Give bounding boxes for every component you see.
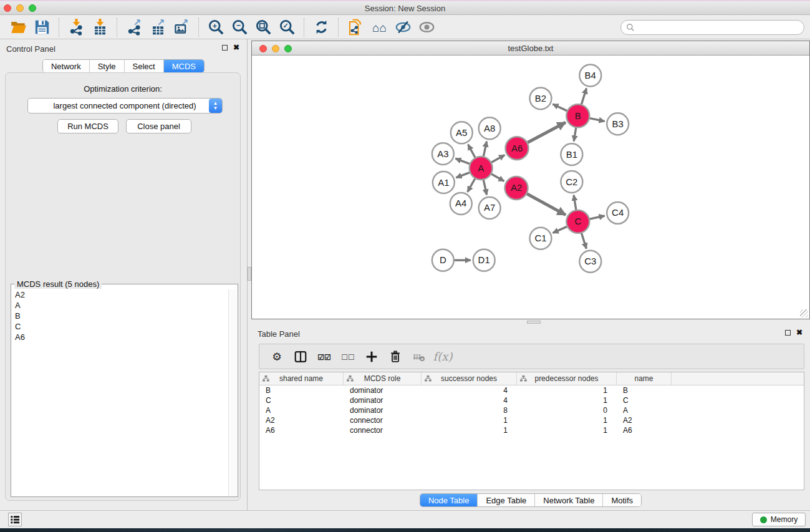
node-A7[interactable]: A7 <box>479 197 501 219</box>
search-field[interactable] <box>620 20 804 35</box>
open-file-button[interactable] <box>6 17 30 37</box>
edge-A-A3[interactable] <box>455 158 470 163</box>
edge-A-A4[interactable] <box>468 179 475 192</box>
splitter-grip[interactable] <box>527 321 541 324</box>
mcds-result-item[interactable]: A6 <box>12 332 228 342</box>
node-C4[interactable]: C4 <box>607 202 629 224</box>
export-network-button[interactable]: ↗ <box>122 17 146 37</box>
node-A6[interactable]: A6 <box>506 137 529 160</box>
table-row[interactable]: Adominator80A <box>259 405 804 415</box>
node-A5[interactable]: A5 <box>451 122 473 143</box>
zoom-in-button[interactable]: + <box>204 17 228 37</box>
node-B4[interactable]: B4 <box>579 64 601 86</box>
close-panel-icon[interactable]: ✖ <box>796 329 803 336</box>
tab-style[interactable]: Style <box>90 60 125 72</box>
node-C2[interactable]: C2 <box>561 171 582 193</box>
import-table-button[interactable] <box>88 17 112 37</box>
mcds-result-item[interactable]: A <box>12 300 228 311</box>
node-D1[interactable]: D1 <box>473 249 495 271</box>
tab-node-table[interactable]: Node Table <box>420 494 478 506</box>
network-canvas[interactable]: AA1A3A5A8A4A7A6A2BB1B2B3B4CC1C2C3C4DD1 <box>252 56 809 319</box>
node-A4[interactable]: A4 <box>450 193 472 215</box>
node-C[interactable]: C <box>566 210 589 233</box>
search-input[interactable] <box>638 23 799 32</box>
node-A3[interactable]: A3 <box>432 143 454 165</box>
node-A1[interactable]: A1 <box>433 172 455 193</box>
table-columns-button[interactable] <box>291 347 311 366</box>
splitter-grip[interactable] <box>248 267 251 281</box>
edge-A-A8[interactable] <box>483 142 486 157</box>
edge-A-A6[interactable] <box>491 155 504 163</box>
edge-C-C2[interactable] <box>574 195 576 210</box>
edge-C-C4[interactable] <box>590 216 605 219</box>
node-C1[interactable]: C1 <box>530 228 552 249</box>
network-overview-button[interactable]: ⌂⌂ <box>367 17 391 37</box>
edge-A-A2[interactable] <box>491 174 504 181</box>
window-resize-grip[interactable] <box>800 309 808 317</box>
edge-A-A5[interactable] <box>468 145 475 158</box>
export-table-button[interactable]: ↗ <box>146 17 170 37</box>
column-header-name[interactable]: name <box>617 372 672 385</box>
table-row[interactable]: Bdominator41B <box>259 385 804 395</box>
edge-A2-C[interactable] <box>527 194 566 215</box>
edge-B-B2[interactable] <box>552 104 567 111</box>
delete-row-trash-button[interactable] <box>385 347 405 366</box>
memory-button[interactable]: Memory <box>752 513 806 526</box>
tab-motifs[interactable]: Motifs <box>603 494 641 506</box>
edge-A-A1[interactable] <box>456 173 470 178</box>
show-graphics-details-button[interactable] <box>415 17 438 37</box>
edge-B-B4[interactable] <box>582 88 587 104</box>
node-A2[interactable]: A2 <box>505 177 528 200</box>
mcds-result-item[interactable]: A2 <box>12 289 228 300</box>
edge-C-C1[interactable] <box>553 226 567 233</box>
node-C3[interactable]: C3 <box>579 251 601 273</box>
run-mcds-button[interactable]: Run MCDS <box>57 119 118 133</box>
mcds-result-item[interactable]: B <box>12 311 228 321</box>
column-header-predecessor-nodes[interactable]: predecessor nodes <box>517 372 617 385</box>
edge-B-B3[interactable] <box>590 118 605 122</box>
node-B2[interactable]: B2 <box>530 87 552 109</box>
import-network-button[interactable] <box>64 17 88 37</box>
edge-B-B1[interactable] <box>574 128 576 141</box>
table-settings-gear-button[interactable]: ⚙ <box>267 347 287 366</box>
tab-mcds[interactable]: MCDS <box>164 60 204 72</box>
zoom-fit-button[interactable] <box>251 17 275 37</box>
zoom-out-button[interactable]: − <box>228 17 251 37</box>
node-B[interactable]: B <box>566 104 589 127</box>
table-row[interactable]: A2connector11A2 <box>259 415 804 425</box>
new-network-from-selection-button[interactable] <box>344 17 367 37</box>
close-panel-button[interactable]: Close panel <box>126 119 191 133</box>
float-panel-icon[interactable] <box>785 330 791 336</box>
criterion-dropdown[interactable]: largest connected component (directed) ▲… <box>27 98 223 114</box>
tab-network-table[interactable]: Network Table <box>535 494 603 506</box>
save-session-button[interactable] <box>30 17 54 37</box>
edge-A-A7[interactable] <box>483 180 486 195</box>
node-A8[interactable]: A8 <box>479 117 501 139</box>
tab-select[interactable]: Select <box>125 60 164 72</box>
tab-network[interactable]: Network <box>43 60 90 72</box>
show-panels-button[interactable] <box>8 513 22 526</box>
edge-C-C3[interactable] <box>582 233 587 249</box>
network-window-titlebar[interactable]: testGlobe.txt <box>252 41 809 56</box>
edge-A6-B[interactable] <box>528 122 566 142</box>
column-header-mcds-role[interactable]: MCDS role <box>344 372 422 385</box>
table-row[interactable]: Cdominator41C <box>259 395 804 405</box>
select-all-checkboxes-button[interactable]: ☑☑ <box>314 347 334 366</box>
list-scrollbar[interactable] <box>228 289 237 496</box>
zoom-selected-button[interactable]: ✓ <box>275 17 299 37</box>
hide-graphics-details-button[interactable] <box>391 17 415 37</box>
tab-edge-table[interactable]: Edge Table <box>478 494 535 506</box>
deselect-all-checkboxes-button[interactable]: ☐☐ <box>338 347 358 366</box>
export-image-button[interactable]: ↗ <box>170 17 193 37</box>
refresh-view-button[interactable] <box>309 17 333 37</box>
float-panel-icon[interactable] <box>222 45 228 51</box>
add-row-button[interactable] <box>362 347 382 366</box>
node-D[interactable]: D <box>432 249 454 271</box>
column-header-successor-nodes[interactable]: successor nodes <box>422 372 517 385</box>
node-B3[interactable]: B3 <box>607 113 629 135</box>
node-B1[interactable]: B1 <box>561 143 582 165</box>
table-row[interactable]: A6connector11A6 <box>259 425 804 435</box>
node-A[interactable]: A <box>470 157 493 180</box>
mcds-result-item[interactable]: C <box>12 321 228 332</box>
column-header-shared-name[interactable]: shared name <box>259 372 344 385</box>
